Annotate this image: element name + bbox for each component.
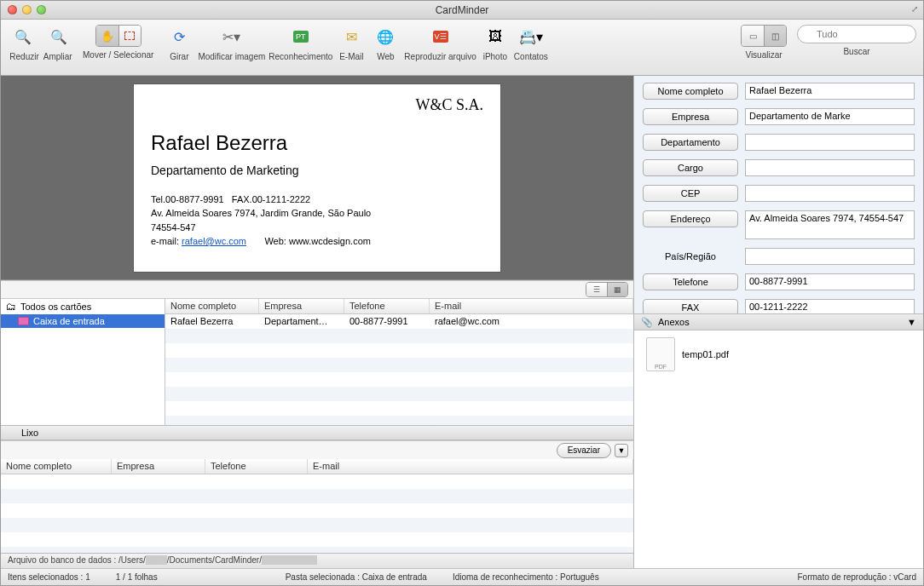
cards-table-body[interactable]: Rafael Bezerra Departament… 00-8877-9991… [165,314,633,425]
label-departamento-button[interactable]: Departamento [643,134,738,151]
search-input[interactable] [797,25,916,43]
globe-icon: 🌐 [377,29,394,45]
status-sheets: 1 / 1 folhas [116,572,158,582]
attachment-item[interactable]: temp01.pdf [646,337,911,371]
trash-toolbar: Esvaziar ▼ [1,440,633,459]
marquee-tool-button[interactable] [118,26,141,46]
input-cep[interactable] [745,185,915,202]
zoom-in-label: Ampliar [43,52,72,61]
status-folder: Pasta selecionada : Caixa de entrada [286,572,427,582]
fullscreen-icon[interactable]: ⤢ [911,4,918,14]
card-email-link[interactable]: rafael@wc.com [182,236,246,246]
column-view-button[interactable]: ▦ [607,283,627,296]
trash-col-empresa[interactable]: Empresa [112,459,205,474]
card-company: W&C S.A. [151,96,483,114]
label-telefone-button[interactable]: Telefone [643,273,738,290]
view-layout-b-button[interactable]: ◫ [764,26,786,46]
rotate-button[interactable]: ⟳ [164,25,194,49]
inbox-folder-icon [18,317,29,325]
play-file-label: Reproduzir arquivo [404,52,476,61]
content-area: W&C S.A. Rafael Bezerra Departamento de … [1,76,923,568]
input-departamento[interactable] [745,134,915,151]
contacts-icon: 📇▾ [519,29,543,45]
card-email-prefix: e-mail: [151,236,182,246]
label-cep-button[interactable]: CEP [643,185,738,202]
attachments-header[interactable]: 📎 Anexos ▼ [634,313,923,330]
input-nome[interactable]: Rafael Bezerra [745,83,915,100]
magnifier-plus-icon: 🔍 [50,29,67,45]
trash-table: Nome completo Empresa Telefone E-mail [1,459,633,553]
iphoto-label: iPhoto [483,52,507,61]
view-layout-a-button[interactable]: ▭ [742,26,764,46]
input-empresa[interactable]: Departamento de Marke [745,108,915,125]
marquee-icon [124,32,135,40]
zoom-out-button[interactable]: 🔍 [8,25,38,49]
rotate-icon: ⟳ [174,29,185,45]
trash-table-body[interactable] [1,474,633,553]
toolbar: 🔍 🔍 Reduzir Ampliar ✋ Mover / Selecionar… [1,20,923,76]
web-label: Web [377,52,394,61]
trash-disclosure-button[interactable]: ▼ [615,444,628,457]
window-title: CardMinder [1,4,923,16]
label-empresa-button[interactable]: Empresa [643,108,738,125]
visualize-label: Visualizar [745,50,782,60]
trash-col-nome[interactable]: Nome completo [1,459,112,474]
attachment-name: temp01.pdf [682,349,729,359]
col-empresa[interactable]: Empresa [259,299,344,313]
visualize-segmented[interactable]: ▭ ◫ [741,25,787,47]
table-row[interactable]: Rafael Bezerra Departament… 00-8877-9991… [165,314,633,329]
cards-table-area: Nome completo Empresa Telefone E-mail Ra… [165,299,633,425]
trash-col-email[interactable]: E-mail [308,459,633,474]
empty-trash-button[interactable]: Esvaziar [557,443,611,458]
col-nome[interactable]: Nome completo [165,299,259,313]
col-telefone[interactable]: Telefone [344,299,430,313]
business-card[interactable]: W&C S.A. Rafael Bezerra Departamento de … [134,84,500,272]
db-mid: /Documents/CardMinder/ [167,555,262,565]
input-cargo[interactable] [745,159,915,176]
status-items: Itens selecionados : 1 [8,572,90,582]
zoom-out-label: Reduzir [9,52,38,61]
play-file-button[interactable]: V☰ [425,25,456,49]
db-path-status: Arquivo do banco de dados : /Users/xxxxx… [1,553,633,568]
web-button[interactable]: 🌐 [370,25,401,49]
chevron-down-icon: ▼ [907,317,916,327]
app-window: CardMinder ⤢ 🔍 🔍 Reduzir Ampliar ✋ Mover… [0,0,924,586]
folder-all-cards-label: Todos os cartões [20,302,91,312]
trash-label: Lixo [21,428,38,438]
recognition-button[interactable]: PT [286,25,316,49]
list-view-button[interactable]: ☰ [586,283,607,296]
input-pais[interactable] [745,248,915,265]
pt-badge-icon: PT [293,31,309,43]
zoom-in-button[interactable]: 🔍 [43,25,74,49]
label-endereco-button[interactable]: Endereço [643,210,738,227]
modify-image-button[interactable]: ✂︎▾ [213,25,251,49]
detail-fields: Nome completo Rafael Bezerra Empresa Dep… [634,76,923,313]
folder-inbox[interactable]: Caixa de entrada [1,314,165,328]
email-button[interactable]: ✉ [336,25,367,49]
label-cargo-button[interactable]: Cargo [643,159,738,176]
contacts-button[interactable]: 📇▾ [514,25,548,49]
folder-all-cards[interactable]: 🗂 Todos os cartões [1,299,165,314]
input-telefone[interactable]: 00-8877-9991 [745,273,915,290]
modify-image-label: Modificar imagem [198,52,265,61]
label-nome-button[interactable]: Nome completo [643,83,738,100]
label-fax-button[interactable]: FAX [643,299,738,313]
cell-empresa: Departament… [259,314,344,329]
layout-b-icon: ◫ [771,32,779,41]
list-view-segmented[interactable]: ☰ ▦ [586,282,628,297]
layout-a-icon: ▭ [749,32,757,41]
col-email[interactable]: E-mail [430,299,633,313]
input-endereco[interactable]: Av. Almeida Soares 7974, 74554-547 [745,210,915,239]
input-fax[interactable]: 00-1211-2222 [745,299,915,313]
trash-col-telefone[interactable]: Telefone [205,459,308,474]
hand-tool-button[interactable]: ✋ [96,26,118,46]
folder-sidebar: 🗂 Todos os cartões Caixa de entrada [1,299,165,425]
cards-folder-icon: 🗂 [6,301,16,313]
trash-header: Lixo [1,425,633,440]
magnifier-minus-icon: 🔍 [14,29,32,45]
move-select-segmented[interactable]: ✋ [95,25,141,47]
iphoto-button[interactable]: 🖼 [480,25,511,49]
folder-list: 🗂 Todos os cartões Caixa de entrada [1,299,165,425]
attachments-label: Anexos [658,317,690,327]
search-label: Buscar [843,47,869,56]
